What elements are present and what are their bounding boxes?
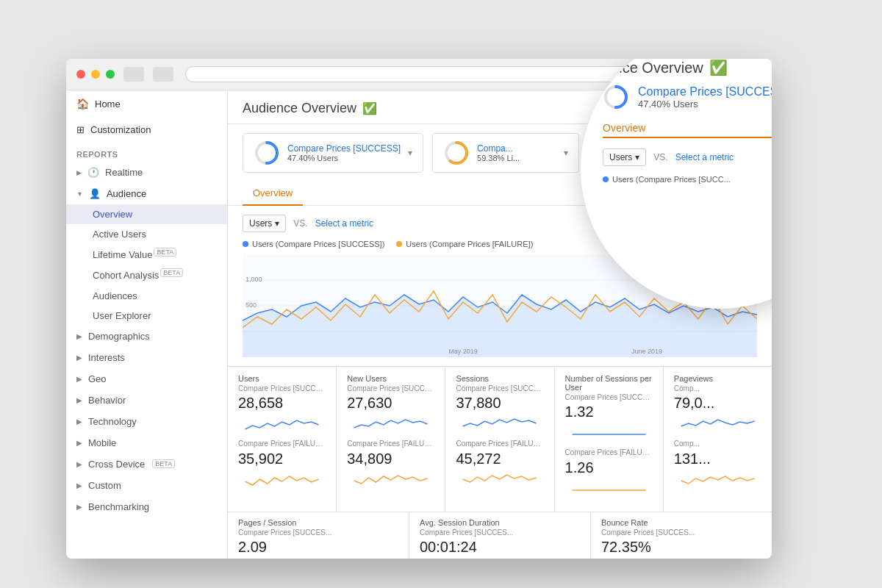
metric-segment-1: Compare Prices [SUCCES... [347,384,434,392]
metric-label: Users [249,218,272,229]
segment-1-users: 47.40% Users [287,154,401,162]
metric-cell-0: Users Compare Prices [SUCCES... 28,658 C… [228,367,337,512]
sidebar-active-users[interactable]: Active Users [66,224,227,244]
metric-segment2-0: Compare Prices [FAILURE] [238,440,326,448]
sidebar-customization[interactable]: ⊞ Customization [66,117,227,143]
metric-value2-3: 1.26 [565,459,653,476]
sidebar-home[interactable]: 🏠 Home [66,90,227,117]
sidebar-realtime[interactable]: ▶ 🕐 Realtime [66,162,227,183]
zoom-tab-overview[interactable]: Overview [603,122,772,138]
metric-cell-1: New Users Compare Prices [SUCCES... 27,6… [337,367,445,512]
metric-value2-2: 45,272 [456,451,543,467]
person-icon: 👤 [89,188,101,199]
metric-value-2: 37,880 [456,395,543,412]
svg-text:May 2019: May 2019 [448,348,478,355]
zoom-legend-dot [603,176,609,182]
zoom-metric-label: Users [609,152,632,162]
sidebar-benchmarking[interactable]: ▶ Benchmarking [66,496,227,517]
metric-label-3: Number of Sessions per User [565,374,653,392]
zoom-segment-users: 47.40% Users [638,98,772,110]
back-button[interactable] [123,67,144,82]
active-users-label: Active Users [93,229,146,240]
segment-card-1[interactable]: Compare Prices [SUCCESS] 47.40% Users ▾ [243,133,423,173]
metric-label-2: Sessions [456,374,543,383]
clock-icon: 🕐 [87,167,99,178]
reports-section: REPORTS [66,143,227,162]
metric-segment2-1: Compare Prices [FAILURE] [347,440,434,448]
audience-label: Audience [107,188,146,199]
metric-value2-4: 131... [674,451,761,467]
custom-label: Custom [88,480,121,491]
benchmarking-label: Benchmarking [88,501,149,512]
metric-value-1: 27,630 [347,395,434,412]
select-metric-link[interactable]: Select a metric [315,218,373,229]
sidebar-user-explorer[interactable]: User Explorer [66,306,227,326]
close-button[interactable] [76,70,85,79]
minimize-button[interactable] [91,70,100,79]
bottom-metric-1: Avg. Session Duration Compare Prices [SU… [409,512,591,559]
sidebar-mobile[interactable]: ▶ Mobile [66,432,227,453]
metric-label-0: Users [238,374,326,383]
tab-overview[interactable]: Overview [243,182,303,206]
expand-icon-demographics: ▶ [76,332,82,340]
legend-success: Users (Compare Prices [SUCCESS]) [243,240,384,248]
card-chevron-1: ▾ [408,148,412,158]
svg-text:1,000: 1,000 [245,276,262,283]
segment-1-info: Compare Prices [SUCCESS] 47.40% Users [287,143,401,162]
bottom-label-1: Avg. Session Duration [420,518,580,527]
expand-icon-cross-device: ▶ [76,460,82,468]
realtime-label: Realtime [105,167,143,178]
sidebar-audiences[interactable]: Audiences [66,286,227,306]
sidebar-audience[interactable]: ▼ 👤 Audience [66,183,227,204]
bottom-metrics: Pages / Session Compare Prices [SUCCES..… [228,512,772,559]
bottom-segment-0: Compare Prices [SUCCES... [238,528,398,537]
zoom-segment-name: Compare Prices [SUCCESS] [638,85,772,98]
sidebar-cohort-analysis[interactable]: Cohort AnalysisBETA [66,265,227,285]
sidebar-interests[interactable]: ▶ Interests [66,347,227,368]
beta-badge: BETA [154,248,176,257]
forward-button[interactable] [153,67,173,82]
expand-icon-behavior: ▶ [76,396,82,404]
bottom-segment-1: Compare Prices [SUCCES... [420,528,580,537]
sidebar-demographics[interactable]: ▶ Demographics [66,326,227,347]
sidebar-custom[interactable]: ▶ Custom [66,475,227,496]
sidebar-behavior[interactable]: ▶ Behavior [66,390,227,411]
bottom-segment-2: Compare Prices [SUCCES... [601,528,761,537]
sidebar-lifetime-value[interactable]: Lifetime ValueBETA [66,244,227,265]
zoom-metric-dropdown[interactable]: Users ▾ [603,148,646,166]
beta-badge-cd: BETA [152,459,175,468]
technology-label: Technology [88,416,137,427]
bottom-metric-0: Pages / Session Compare Prices [SUCCES..… [228,512,409,559]
metric-segment2-3: Compare Prices [FAILURE] [565,448,653,456]
metric-segment-4: Comp... [674,384,761,392]
sidebar-cross-device[interactable]: ▶ Cross DeviceBETA [66,453,227,475]
chevron-right-icon: ▶ [76,169,82,176]
metric-segment-2: Compare Prices [SUCCES... [456,384,543,392]
behavior-label: Behavior [88,395,126,406]
sidebar-geo[interactable]: ▶ Geo [66,368,227,390]
legend-failure-label: Users (Compare Prices [FAILURE]) [406,240,533,248]
metric-dropdown[interactable]: Users ▾ [243,215,286,232]
maximize-button[interactable] [106,70,115,79]
svg-text:500: 500 [245,301,257,309]
metric-label-4: Pageviews [674,374,761,383]
legend-success-label: Users (Compare Prices [SUCCESS]) [252,240,384,248]
zoom-donut-chart [603,84,629,110]
expand-icon-benchmarking: ▶ [76,503,82,511]
sidebar-overview[interactable]: Overview [66,204,227,224]
cohort-analysis-label: Cohort Analysis [93,270,159,282]
zoom-dropdown-arrow-icon: ▾ [635,152,639,162]
cross-device-label: Cross Device [88,459,145,470]
segment-2-info: Compa... 59.38% Li... [477,143,556,162]
zoom-select-metric[interactable]: Select a metric [675,152,734,162]
svg-text:June 2019: June 2019 [631,348,662,355]
metric-value-0: 28,658 [238,395,326,412]
expand-icon-custom: ▶ [76,481,82,490]
geo-label: Geo [88,373,107,384]
zoom-segment-card: Compare Prices [SUCCESS] 47.40% Users [603,84,772,110]
bottom-value-1: 00:01:24 [420,539,580,556]
segment-card-2[interactable]: Compa... 59.38% Li... ▾ [432,133,579,173]
expand-icon-mobile: ▶ [76,439,82,447]
sidebar-technology[interactable]: ▶ Technology [66,411,227,432]
zoom-vs-text: VS. [653,152,667,162]
